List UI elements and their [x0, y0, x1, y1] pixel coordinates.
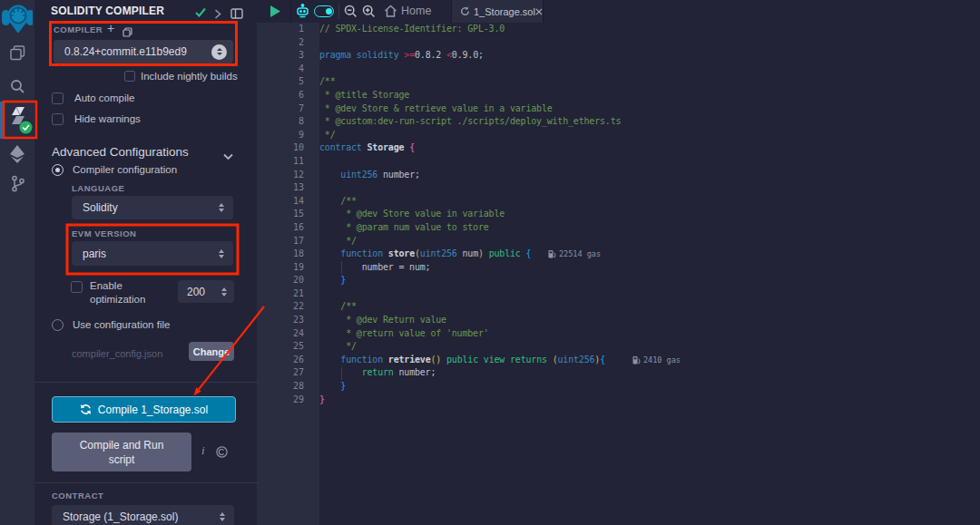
chevron-right-icon[interactable] — [214, 6, 221, 23]
hide-warnings-checkbox[interactable] — [52, 113, 64, 125]
code-line-8: * @custom:dev-run-script ./scripts/deplo… — [319, 115, 973, 129]
enable-optimization-checkbox[interactable] — [71, 281, 83, 293]
advanced-config-title[interactable]: Advanced Configurations — [52, 145, 189, 159]
zoom-in-icon[interactable] — [362, 5, 376, 22]
line-number: 6 — [257, 89, 319, 102]
evm-version-label: EVM VERSION — [72, 228, 137, 238]
code-line-4 — [319, 63, 973, 76]
line-number: 25 — [257, 340, 319, 354]
compiler-config-radio[interactable] — [52, 164, 64, 176]
toggle-switch[interactable] — [314, 5, 334, 17]
compile-button[interactable]: Compile 1_Storage.sol — [52, 396, 236, 423]
code-line-19: number = num; — [319, 261, 973, 275]
chevron-down-icon[interactable] — [223, 148, 233, 164]
code-line-21 — [319, 287, 973, 301]
code-line-6: * @title Storage — [319, 89, 973, 102]
gas-pump-icon — [632, 356, 641, 365]
code-line-7: * @dev Store & retrieve value in a varia… — [319, 102, 973, 116]
line-number: 13 — [257, 181, 319, 195]
evm-version-select[interactable]: paris — [72, 241, 233, 266]
enable-optimization-label: Enableoptimization — [90, 279, 145, 306]
auto-compile-label: Auto compile — [74, 92, 134, 103]
line-number: 19 — [257, 261, 319, 275]
config-file-name: compiler_config.json — [72, 348, 162, 359]
code-line-9: */ — [319, 129, 973, 142]
solidity-file-icon — [460, 6, 470, 16]
remix-logo[interactable] — [2, 2, 33, 36]
code-line-23: * @dev Return value — [319, 314, 973, 327]
search-icon[interactable] — [10, 79, 25, 98]
play-icon[interactable] — [269, 5, 281, 22]
line-number: 8 — [257, 115, 319, 129]
code-line-1: // SPDX-License-Identifier: GPL-3.0 — [319, 23, 973, 36]
add-compiler-icon[interactable]: + — [107, 21, 114, 35]
code-line-14: /** — [319, 195, 973, 209]
code-line-10: contract Storage { — [319, 141, 973, 155]
auto-compile-checkbox[interactable] — [52, 92, 64, 104]
code-line-27: return number; — [319, 366, 973, 380]
line-number: 11 — [257, 155, 319, 169]
compiler-version-value: 0.8.24+commit.e11b9ed9 — [54, 45, 211, 58]
ai-assistant-icon[interactable] — [295, 4, 310, 23]
code-line-16: * @param num value to store — [319, 221, 973, 235]
divider — [34, 482, 259, 483]
indent-guide — [341, 367, 342, 381]
line-number: 15 — [257, 208, 319, 221]
code-line-28: } — [319, 380, 973, 394]
code-line-13 — [319, 181, 973, 195]
line-number: 23 — [257, 314, 319, 327]
evm-version-value: paris — [72, 248, 219, 260]
icon-bar — [0, 0, 34, 525]
line-number: 10 — [257, 141, 319, 155]
line-number: 7 — [257, 102, 319, 116]
line-number: 3 — [257, 49, 319, 63]
contract-value: Storage (1_Storage.sol) — [52, 510, 220, 523]
code-line-22: /** — [319, 300, 973, 314]
gas-estimate-badge: 2410 gas — [632, 354, 681, 367]
zoom-out-icon[interactable] — [344, 5, 358, 22]
line-number: 22 — [257, 300, 319, 314]
line-number: 4 — [257, 63, 319, 76]
nightly-checkbox[interactable] — [124, 71, 135, 82]
git-icon[interactable] — [10, 175, 25, 196]
use-config-file-radio[interactable] — [52, 319, 64, 331]
compiler-version-select[interactable]: 0.8.24+commit.e11b9ed9 — [54, 40, 233, 63]
code-line-15: * @dev Store value in variable — [319, 208, 973, 221]
compile-success-icon — [194, 5, 207, 22]
tab-1-storage-sol[interactable]: 1_Storage.sol — [451, 0, 544, 23]
deploy-run-icon[interactable] — [9, 145, 25, 167]
nightly-label: Include nightly builds — [141, 71, 238, 82]
code-line-2 — [319, 36, 973, 50]
line-number: 2 — [257, 36, 319, 50]
solidity-compiler-icon[interactable] — [0, 102, 34, 139]
contract-select[interactable]: Storage (1_Storage.sol) — [52, 505, 234, 525]
use-config-file-label: Use configuration file — [73, 319, 170, 330]
gas-pump-icon — [548, 250, 556, 258]
language-label: LANGUAGE — [72, 183, 124, 193]
link-icon[interactable] — [216, 445, 228, 462]
language-select[interactable]: Solidity — [72, 196, 233, 219]
close-icon[interactable] — [535, 8, 543, 15]
compile-run-button[interactable]: Compile and Runscript — [52, 433, 191, 472]
compiler-config-label: Compiler configuration — [73, 164, 177, 175]
info-icon[interactable]: i — [201, 443, 205, 458]
hide-warnings-label: Hide warnings — [74, 113, 141, 124]
version-select-toggle-icon — [211, 44, 227, 60]
line-number: 24 — [257, 327, 319, 341]
refresh-icon — [80, 403, 92, 415]
file-explorer-icon[interactable] — [10, 45, 25, 64]
gas-estimate-badge: 22514 gas — [548, 248, 601, 261]
line-number: 12 — [257, 169, 319, 182]
change-config-button[interactable]: Change — [189, 342, 234, 361]
code-line-11 — [319, 155, 973, 169]
optimization-runs-input[interactable]: 200 — [178, 280, 234, 303]
home-icon[interactable] — [384, 5, 397, 22]
panel-layout-icon[interactable] — [230, 6, 243, 23]
line-number: 21 — [257, 287, 319, 301]
line-number: 1 — [257, 23, 319, 36]
editor-code[interactable]: // SPDX-License-Identifier: GPL-3.0pragm… — [319, 23, 973, 525]
code-line-12: uint256 number; — [319, 169, 973, 182]
line-number: 14 — [257, 195, 319, 209]
copy-icon[interactable] — [122, 24, 132, 41]
home-tab-label[interactable]: Home — [401, 5, 431, 17]
